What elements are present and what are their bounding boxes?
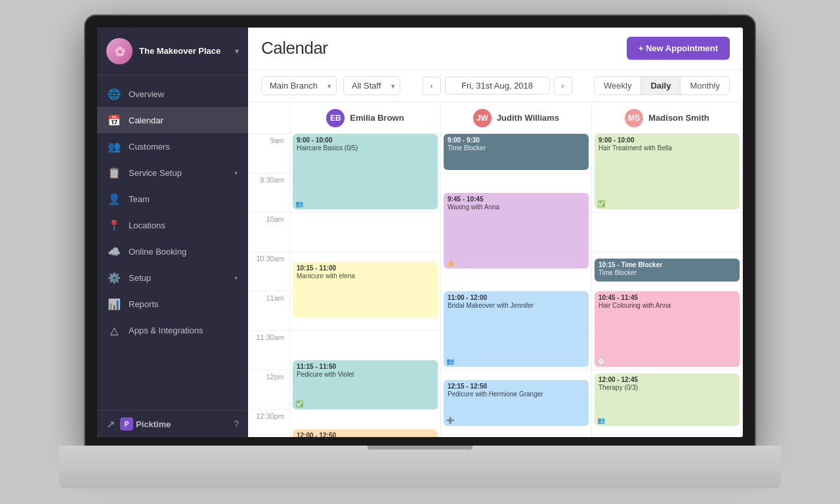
appt-icon-m3: 🕐 [597,358,605,365]
locations-label: Locations [129,220,238,230]
sidebar-nav: 🌐 Overview 📅 Calendar 👥 Customers 📋 Serv… [97,75,248,410]
appointment-e4[interactable]: 12:00 - 12:50Hair Cut with Judy [293,429,438,437]
help-icon[interactable]: ? [234,419,239,429]
calendar-time-grid: 9am9:30am10am10:30am11am11:30am12pm12:30… [248,134,743,437]
appt-icon-m4: 👥 [597,417,605,424]
time-label: 12:30pm [248,410,289,437]
service-setup-label: Service Setup [129,168,226,178]
madison-avatar: MS [625,109,643,127]
time-label: 10:30am [248,252,289,291]
picktime-label: Picktime [136,419,171,429]
prev-date-button[interactable]: ‹ [423,77,441,95]
appointment-e1[interactable]: 9:00 - 10:00Haircare Basics (0/5)👥 [293,134,438,209]
overview-label: Overview [129,89,238,99]
appointment-e3[interactable]: 11:15 - 11:50Pedicure with Violet✅ [293,360,438,410]
brand-name: The Makeover Place [139,46,228,57]
appointment-j4[interactable]: 12:15 - 12:50Pedicure with Hermione Gran… [444,380,589,426]
sidebar-item-setup[interactable]: ⚙️ Setup ▾ [97,264,248,291]
appointment-e2[interactable]: 10:15 - 11:00Manicure with elena [293,262,438,318]
staff-col-madison: 9:00 - 10:00Hair Treatment with Bella✅10… [592,134,743,437]
view-toggle: Weekly Daily Monthly [594,76,730,95]
date-navigation: ‹ Fri, 31st Aug, 2018 › [423,77,572,95]
setup-chevron-icon: ▾ [234,274,238,282]
brand-chevron-icon: ▾ [235,47,239,56]
appointment-j1[interactable]: 9:00 - 9:30Time Blocker [444,134,589,170]
online-booking-icon: ☁️ [108,245,121,258]
apps-icon: △ [108,324,121,337]
weekly-view-button[interactable]: Weekly [595,77,640,94]
time-cell [290,213,440,252]
sidebar-item-apps[interactable]: △ Apps & Integrations [97,317,248,343]
screen-bezel: 🌸 The Makeover Place ▾ 🌐 Overview 📅 Cale… [85,16,755,449]
madison-name: Madison Smith [648,113,709,123]
staff-selector[interactable]: All Staff [343,76,400,95]
appt-icon-j3: 👥 [446,358,454,365]
calendar-controls: Main Branch All Staff ‹ Fri, 31st Aug, 2… [248,70,743,102]
monthly-view-button[interactable]: Monthly [680,77,729,94]
appointment-m2[interactable]: 10:15 - Time BlockerTime Blocker [595,259,740,282]
staff-header-madison: MS Madison Smith [592,102,743,134]
calendar-label: Calendar [129,116,238,125]
online-booking-label: Online Booking [129,247,238,257]
staff-col-emilia: 9:00 - 10:00Haircare Basics (0/5)👥10:15 … [290,134,441,437]
time-label: 11am [248,291,289,331]
appt-icon-j4: ➕ [446,417,454,424]
branch-selector[interactable]: Main Branch [261,76,337,95]
time-cell [592,213,742,252]
appointment-m4[interactable]: 12:00 - 12:45Therapy (0/3)👥 [595,373,740,426]
sidebar-item-reports[interactable]: 📊 Reports [97,291,248,317]
time-label: 9:30am [248,173,289,213]
branch-selector-wrapper: Main Branch [261,76,337,95]
appt-icon-e3: ✅ [295,400,303,408]
service-setup-chevron-icon: ▾ [234,169,238,177]
top-bar: Calendar + New Appointment [248,28,743,70]
new-appointment-button[interactable]: + New Appointment [627,37,730,60]
team-icon: 👤 [108,192,121,205]
calendar-body[interactable]: EB Emilia Brown JW Judith Williams MS Ma… [248,102,743,437]
locations-icon: 📍 [108,219,121,232]
picktime-icon: P [120,417,133,430]
current-date: Fri, 31st Aug, 2018 [445,77,550,94]
emilia-avatar: EB [326,109,345,127]
sidebar: 🌸 The Makeover Place ▾ 🌐 Overview 📅 Cale… [97,28,248,437]
main-content: Calendar + New Appointment Main Branch A… [248,28,743,437]
next-date-button[interactable]: › [554,77,572,95]
sidebar-item-locations[interactable]: 📍 Locations [97,212,248,238]
logo-icon: 🌸 [106,38,133,64]
staff-selector-wrapper: All Staff [343,76,400,95]
external-link-icon[interactable]: ↗ [106,418,115,430]
sidebar-item-team[interactable]: 👤 Team [97,186,248,212]
time-label: 12pm [248,370,289,410]
sidebar-item-online-booking[interactable]: ☁️ Online Booking [97,238,248,264]
judith-avatar: JW [473,109,492,127]
sidebar-logo[interactable]: 🌸 The Makeover Place ▾ [97,28,248,75]
time-label: 10am [248,213,289,252]
sidebar-item-customers[interactable]: 👥 Customers [97,133,248,159]
appointment-j3[interactable]: 11:00 - 12:00Bridal Makeover with Jennif… [444,291,589,367]
appt-icon-m1: ✅ [597,200,605,207]
time-label: 11:30am [248,331,289,370]
daily-view-button[interactable]: Daily [640,77,680,94]
sidebar-item-service-setup[interactable]: 📋 Service Setup ▾ [97,159,248,186]
staff-header-emilia: EB Emilia Brown [290,102,441,134]
team-label: Team [129,194,238,204]
appointment-m3[interactable]: 10:45 - 11:45Hair Colouring with Anna🕐 [595,291,740,367]
setup-icon: ⚙️ [108,271,121,284]
customers-icon: 👥 [108,140,121,153]
staff-header-judith: JW Judith Williams [441,102,592,134]
appointment-m1[interactable]: 9:00 - 10:00Hair Treatment with Bella✅ [595,134,740,209]
appointment-j2[interactable]: 9:45 - 10:45Waxing with Anna👍 [444,193,589,268]
setup-label: Setup [129,273,226,283]
staff-col-judith: 9:00 - 9:30Time Blocker9:45 - 10:45Waxin… [441,134,592,437]
sidebar-item-overview[interactable]: 🌐 Overview [97,81,248,107]
appt-icon-e1: 👥 [295,200,303,207]
reports-icon: 📊 [108,297,121,310]
screen: 🌸 The Makeover Place ▾ 🌐 Overview 📅 Cale… [97,28,743,437]
emilia-name: Emilia Brown [350,113,404,123]
appt-icon-j2: 👍 [446,259,454,266]
overview-icon: 🌐 [108,87,121,100]
time-col-header [248,102,290,134]
sidebar-item-calendar[interactable]: 📅 Calendar [97,107,248,133]
sidebar-footer: ↗ P Picktime ? [97,410,248,437]
judith-name: Judith Williams [497,113,559,123]
